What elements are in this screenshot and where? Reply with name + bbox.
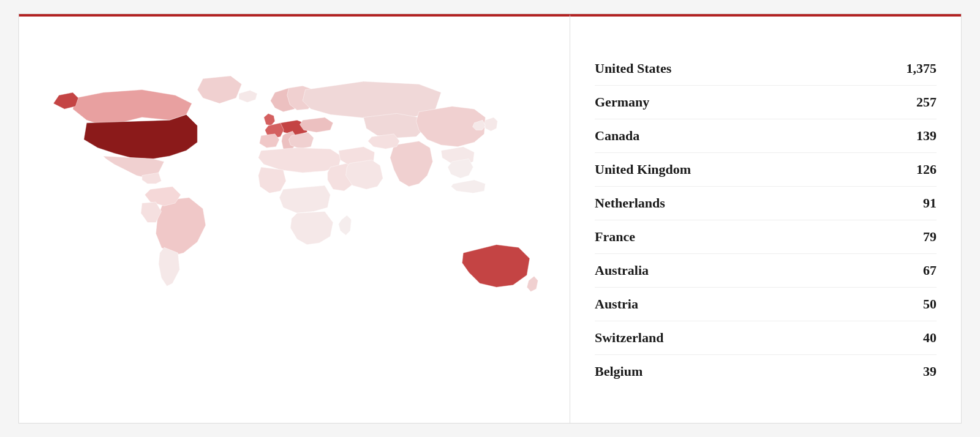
- world-map: [31, 29, 557, 411]
- country-name: United Kingdom: [595, 162, 691, 177]
- country-value: 39: [923, 364, 937, 379]
- country-name: Belgium: [595, 364, 643, 379]
- country-name: Switzerland: [595, 330, 663, 346]
- country-name: Canada: [595, 128, 639, 144]
- country-value: 50: [923, 296, 937, 312]
- table-row: United Kingdom126: [595, 153, 937, 187]
- country-value: 1,375: [907, 61, 937, 77]
- table-row: France79: [595, 220, 937, 254]
- country-name: Australia: [595, 263, 649, 278]
- data-panel: United States1,375Germany257Canada139Uni…: [570, 14, 961, 423]
- country-value: 79: [923, 229, 937, 245]
- country-name: United States: [595, 61, 671, 77]
- country-value: 257: [916, 94, 937, 110]
- country-value: 139: [916, 128, 937, 144]
- table-row: Switzerland40: [595, 321, 937, 355]
- table-row: Belgium39: [595, 355, 937, 388]
- country-name: France: [595, 229, 635, 245]
- table-row: Canada139: [595, 119, 937, 153]
- country-value: 126: [916, 162, 937, 177]
- main-container: United States1,375Germany257Canada139Uni…: [18, 13, 962, 424]
- country-name: Netherlands: [595, 195, 665, 211]
- table-row: Germany257: [595, 86, 937, 119]
- map-panel: [19, 14, 570, 423]
- table-row: Netherlands91: [595, 187, 937, 220]
- table-row: United States1,375: [595, 52, 937, 86]
- table-row: Australia67: [595, 254, 937, 288]
- country-value: 91: [923, 195, 937, 211]
- country-value: 67: [923, 263, 937, 278]
- country-value: 40: [923, 330, 937, 346]
- country-name: Austria: [595, 296, 638, 312]
- table-row: Austria50: [595, 288, 937, 321]
- country-name: Germany: [595, 94, 649, 110]
